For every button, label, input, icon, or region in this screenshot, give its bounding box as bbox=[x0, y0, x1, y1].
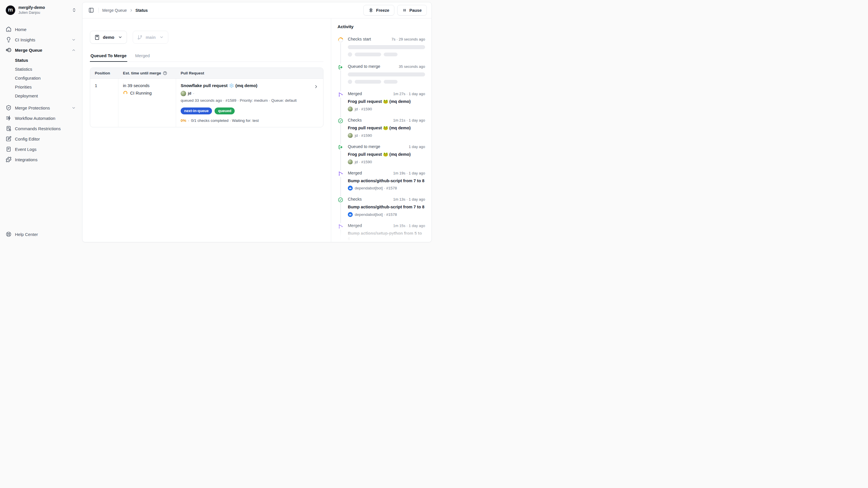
activity-author: dependabot[bot] · #1578 bbox=[348, 186, 425, 191]
sidebar-toggle-button[interactable] bbox=[87, 6, 96, 15]
queued-to-merge-icon bbox=[337, 64, 344, 70]
merge-queue-icon bbox=[6, 47, 11, 53]
branch-value: main bbox=[146, 35, 156, 40]
sidebar-subitem-priorities[interactable]: Priorities bbox=[5, 83, 78, 91]
activity-time: 1 day ago bbox=[409, 145, 425, 149]
git-merge-icon bbox=[337, 223, 344, 230]
pr-labels: next-in-queue queued bbox=[181, 108, 310, 114]
activity-label: Checks start bbox=[348, 37, 371, 41]
activity-item: Merged1m 19s · 1 day ago Bump actions/gi… bbox=[338, 171, 425, 191]
activity-time: 35 seconds ago bbox=[399, 64, 425, 69]
merge-queue-submenu: Status Statistics Configuration Prioriti… bbox=[5, 56, 78, 100]
sidebar-item-label: Config Editor bbox=[15, 137, 40, 141]
column-eta: Est. time until merge bbox=[118, 68, 176, 79]
activity-author: dependabot[bot] · #1578 bbox=[348, 212, 425, 217]
sidebar-item-ci-insights[interactable]: CI Insights bbox=[5, 34, 78, 45]
sidebar-subitem-status[interactable]: Status bbox=[5, 56, 78, 65]
activity-title: Activity bbox=[338, 24, 425, 29]
sidebar-item-merge-protections[interactable]: Merge Protections bbox=[5, 103, 78, 113]
row-position: 1 bbox=[90, 79, 118, 127]
help-icon[interactable] bbox=[163, 71, 167, 75]
author-avatar bbox=[348, 133, 353, 138]
tab-queued-to-merge[interactable]: Queued To Merge bbox=[90, 51, 127, 62]
chevron-down-icon bbox=[118, 35, 122, 39]
ci-running-spinner-icon bbox=[123, 90, 128, 95]
sidebar-subitem-configuration[interactable]: Configuration bbox=[5, 74, 78, 83]
column-eta-label: Est. time until merge bbox=[123, 71, 161, 75]
sidebar-subitem-deployment[interactable]: Deployment bbox=[5, 91, 78, 100]
checks-text: 0/1 checks completed · Waiting for: test bbox=[191, 118, 259, 123]
logo-letter: m bbox=[8, 7, 13, 13]
check-circle-icon bbox=[337, 118, 344, 124]
filters: demo main bbox=[90, 31, 323, 44]
file-lock-icon bbox=[6, 125, 11, 131]
pause-icon bbox=[402, 8, 407, 12]
git-merge-icon bbox=[337, 170, 344, 177]
ci-status: CI Running bbox=[123, 90, 171, 95]
help-center-label: Help Center bbox=[15, 232, 38, 237]
pr-author[interactable]: jd bbox=[188, 90, 191, 96]
file-text-icon bbox=[6, 146, 11, 152]
activity-pr-title[interactable]: Frog pull request 🐸 (mq demo) bbox=[348, 152, 425, 157]
activity-label: Checks bbox=[348, 118, 362, 122]
tab-merged[interactable]: Merged bbox=[135, 51, 151, 62]
sidebar-nav: Home CI Insights Merge Queue Status Stat… bbox=[5, 24, 78, 165]
activity-label: Merged bbox=[348, 223, 362, 228]
activity-author-text: jd · #1590 bbox=[355, 160, 372, 164]
meta-separator: · bbox=[193, 90, 194, 96]
activity-author-text: jd · #1590 bbox=[355, 133, 372, 138]
row-chevron-right-icon[interactable] bbox=[314, 84, 318, 89]
pr-meta: jd · queued 33 seconds ago · #1589 · Pri… bbox=[181, 90, 310, 104]
pr-checks: 0% · 0/1 checks completed · Waiting for:… bbox=[181, 118, 310, 123]
sidebar-subitem-statistics[interactable]: Statistics bbox=[5, 65, 78, 74]
pr-title[interactable]: Snowflake pull request ❄️ (mq demo) bbox=[181, 83, 310, 88]
activity-author-text: dependabot[bot] · #1578 bbox=[355, 212, 397, 217]
chevron-down-icon bbox=[159, 35, 164, 39]
mergify-logo: m bbox=[6, 5, 15, 15]
ci-status-label: CI Running bbox=[130, 90, 152, 95]
activity-pr-title[interactable]: Bump actions/setup-python from 5 to 6 bbox=[348, 231, 425, 242]
pause-button[interactable]: Pause bbox=[397, 5, 427, 16]
skeleton-bar bbox=[348, 45, 425, 49]
sidebar-item-commands-restrictions[interactable]: Commands Restrictions bbox=[5, 123, 78, 134]
sidebar-item-workflow-automation[interactable]: Workflow Automation bbox=[5, 113, 78, 123]
sidebar-item-label: Commands Restrictions bbox=[15, 126, 61, 131]
sidebar-item-home[interactable]: Home bbox=[5, 24, 78, 34]
row-eta-cell: in 39 seconds CI Running bbox=[118, 79, 176, 127]
repository-select[interactable]: demo bbox=[90, 31, 127, 44]
activity-label: Checks bbox=[348, 197, 362, 201]
activity-label: Merged bbox=[348, 171, 362, 175]
sidebar-item-label: Home bbox=[15, 27, 26, 32]
org-switcher[interactable]: m mergify-demo Julien Danjou bbox=[5, 4, 78, 16]
branch-select: main bbox=[133, 31, 168, 44]
activity-pr-title[interactable]: Frog pull request 🐸 (mq demo) bbox=[348, 125, 425, 131]
sidebar-item-label: CI Insights bbox=[15, 37, 35, 42]
dependabot-avatar bbox=[348, 212, 353, 217]
column-position: Position bbox=[90, 68, 118, 79]
activity-time: 1m 15s · 1 day ago bbox=[393, 224, 425, 228]
home-icon bbox=[6, 26, 11, 32]
sidebar-item-merge-queue[interactable]: Merge Queue bbox=[5, 45, 78, 55]
freeze-button[interactable]: Freeze bbox=[363, 5, 394, 16]
sidebar-item-integrations[interactable]: Integrations bbox=[5, 154, 78, 165]
sidebar-item-label: Merge Queue bbox=[15, 48, 42, 53]
breadcrumb: Merge Queue Status bbox=[102, 8, 148, 12]
activity-pr-title[interactable]: Bump actions/github-script from 7 to 8 bbox=[348, 204, 425, 210]
org-user: Julien Danjou bbox=[19, 11, 45, 15]
sidebar-item-config-editor[interactable]: Config Editor bbox=[5, 134, 78, 144]
activity-author-text: dependabot[bot] · #1578 bbox=[355, 186, 397, 190]
check-circle-icon bbox=[337, 197, 344, 203]
life-buoy-icon bbox=[6, 231, 11, 237]
activity-item: Checks start7s · 29 seconds ago bbox=[338, 37, 425, 57]
label-queued: queued bbox=[215, 108, 235, 114]
activity-pr-title[interactable]: Frog pull request 🐸 (mq demo) bbox=[348, 99, 425, 104]
activity-time: 1m 27s · 1 day ago bbox=[393, 92, 425, 96]
help-center-link[interactable]: Help Center bbox=[5, 230, 78, 239]
sidebar-item-event-logs[interactable]: Event Logs bbox=[5, 144, 78, 154]
workflow-zap-icon bbox=[6, 115, 11, 121]
activity-author-text: jd · #1590 bbox=[355, 107, 372, 111]
activity-time: 1m 19s · 1 day ago bbox=[393, 171, 425, 175]
queue-row[interactable]: 1 in 39 seconds CI Running Snowflake pul… bbox=[90, 79, 323, 127]
breadcrumb-section[interactable]: Merge Queue bbox=[102, 8, 127, 12]
activity-pr-title[interactable]: Bump actions/github-script from 7 to 8 bbox=[348, 178, 425, 184]
